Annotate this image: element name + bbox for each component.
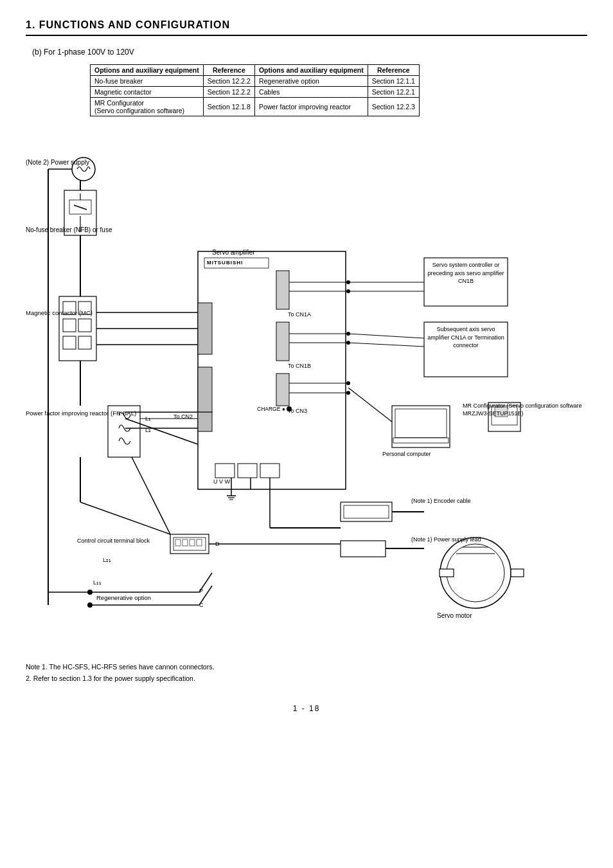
col-header-3: Options and auxiliary equipment	[254, 65, 368, 76]
subsequent-axis-label: Subsequent axis servo amplifier CN1A or …	[425, 325, 506, 350]
p-label: P	[199, 588, 203, 595]
svg-rect-31	[215, 464, 235, 478]
l1-label: L₁	[145, 415, 151, 423]
col-header-2: Reference	[203, 65, 254, 76]
wiring-diagram-svg	[26, 123, 591, 650]
cell-3-2: Section 12.1.8	[203, 98, 254, 116]
table-row: No-fuse breaker Section 12.2.2 Regenerat…	[91, 76, 420, 87]
cell-3-1: MR Configurator(Servo configuration soft…	[91, 98, 204, 116]
regen-option-label: Regenerative option	[96, 594, 151, 602]
svg-rect-10	[63, 336, 76, 349]
reference-table-container: Options and auxiliary equipment Referenc…	[90, 64, 587, 116]
uvw-label: U V W	[213, 478, 230, 486]
cn1a-label: To CN1A	[288, 311, 311, 319]
svg-rect-75	[511, 569, 524, 577]
cell-2-1: Magnetic contactor	[91, 87, 204, 98]
svg-rect-27	[198, 303, 212, 354]
svg-rect-71	[341, 541, 386, 557]
svg-rect-33	[260, 464, 280, 478]
l21-label: L₂₁	[103, 557, 111, 565]
svg-rect-85	[175, 539, 181, 546]
servo-amplifier-label: Servo amplifier	[212, 248, 255, 257]
control-circuit-label: Control circuit terminal block	[77, 538, 150, 545]
svg-rect-32	[238, 464, 257, 478]
nfb-fuse-label: No-fuse breaker (NFB) or fuse	[26, 226, 112, 234]
cell-1-1: No-fuse breaker	[91, 76, 204, 87]
subtitle: (b) For 1-phase 100V to 120V	[32, 48, 587, 57]
svg-point-74	[447, 544, 504, 602]
servo-system-controller-label: Servo system controller or preceding axi…	[425, 261, 506, 285]
note2-power-supply-label: (Note 2) Power supply	[26, 158, 89, 167]
svg-rect-28	[198, 367, 212, 412]
svg-rect-24	[276, 271, 289, 309]
cell-1-3: Regenerative option	[254, 76, 368, 87]
charge-label: CHARGE ●	[257, 406, 285, 413]
cell-2-4: Section 12.2.1	[368, 87, 419, 98]
svg-rect-63	[393, 438, 449, 443]
magnetic-contactor-label: Magnetic contactor (MC)	[26, 309, 93, 317]
svg-rect-9	[63, 319, 76, 332]
power-supply-lead-label: (Note 1) Power supply lead	[411, 536, 481, 544]
cell-1-4: Section 12.1.1	[368, 76, 419, 87]
page-number: 1 - 18	[26, 704, 587, 713]
cell-2-2: Section 12.2.2	[203, 87, 254, 98]
svg-rect-86	[182, 539, 188, 546]
table-row: MR Configurator(Servo configuration soft…	[91, 98, 420, 116]
cell-1-2: Section 12.2.2	[203, 76, 254, 87]
svg-line-67	[348, 388, 392, 422]
svg-rect-76	[440, 569, 454, 577]
personal-computer-label: Personal computer	[382, 451, 431, 458]
wiring-diagram: (Note 2) Power supply No-fuse breaker (N…	[26, 123, 591, 650]
d-label: D	[215, 541, 220, 548]
svg-point-91	[87, 602, 93, 608]
svg-rect-26	[276, 374, 289, 406]
mitsubishi-label: MITSUBISHI	[207, 260, 243, 266]
cn3-label: To CN3	[288, 408, 307, 415]
svg-rect-13	[78, 336, 91, 349]
cell-3-4: Section 12.2.3	[368, 98, 419, 116]
svg-rect-29	[198, 412, 212, 431]
col-header-4: Reference	[368, 65, 419, 76]
cn1b-label: To CN1B	[288, 363, 311, 370]
mr-configurator-label: MR Configurator (Servo configuration sof…	[463, 402, 591, 417]
power-factor-label: Power factor improving reactor (FR-BAL)	[26, 409, 136, 417]
cn2-label: To CN2	[173, 413, 193, 421]
l11-label: L₁₁	[93, 579, 102, 587]
svg-rect-88	[197, 539, 202, 546]
note-1: Note 1. The HC-SFS, HC-RFS series have c…	[26, 662, 587, 673]
l2-label: L₂	[145, 427, 151, 435]
c-label: C	[199, 602, 204, 610]
col-header-1: Options and auxiliary equipment	[91, 65, 204, 76]
cell-2-3: Cables	[254, 87, 368, 98]
note-2: 2. Refer to section 1.3 for the power su…	[26, 673, 587, 685]
svg-line-58	[348, 334, 424, 338]
notes-section: Note 1. The HC-SFS, HC-RFS series have c…	[26, 662, 587, 685]
svg-rect-12	[78, 319, 91, 332]
svg-line-59	[348, 343, 424, 347]
svg-rect-61	[395, 409, 447, 438]
table-row: Magnetic contactor Section 12.2.2 Cables…	[91, 87, 420, 98]
servo-motor-label: Servo motor	[437, 611, 472, 620]
page-title: 1. FUNCTIONS AND CONFIGURATION	[26, 19, 587, 36]
svg-rect-69	[344, 505, 389, 518]
reference-table: Options and auxiliary equipment Referenc…	[90, 64, 420, 116]
svg-rect-25	[276, 322, 289, 361]
svg-rect-22	[198, 251, 346, 489]
encoder-cable-label: (Note 1) Encoder cable	[411, 498, 471, 505]
svg-rect-87	[190, 539, 195, 546]
cell-3-3: Power factor improving reactor	[254, 98, 368, 116]
